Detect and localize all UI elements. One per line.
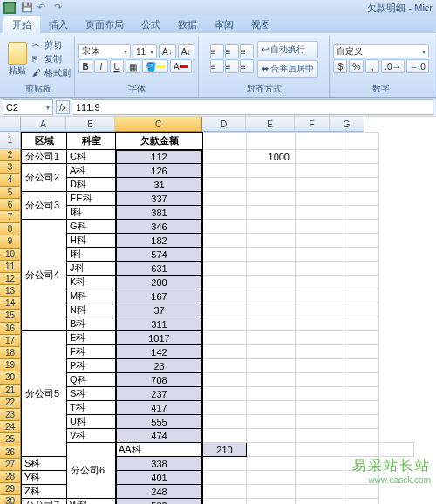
row-header[interactable]: 24 <box>0 421 21 433</box>
cell-amount[interactable]: 532 <box>116 499 203 505</box>
cell-amount[interactable]: 574 <box>116 248 203 262</box>
cell[interactable] <box>344 387 379 401</box>
cell-dept[interactable]: G科 <box>67 220 116 234</box>
cell-dept[interactable]: EE科 <box>67 192 116 206</box>
format-painter-button[interactable]: 🖌格式刷 <box>32 67 71 79</box>
cell-amount[interactable]: 1017 <box>116 331 203 345</box>
cell[interactable] <box>344 345 379 359</box>
align-top-button[interactable]: ≡ <box>210 44 224 58</box>
cell[interactable] <box>296 429 344 443</box>
cell[interactable] <box>344 192 379 206</box>
cell[interactable] <box>247 359 296 373</box>
cell[interactable] <box>344 401 379 415</box>
col-header-A[interactable]: A <box>21 117 66 132</box>
cell-dept[interactable]: Q科 <box>67 373 116 387</box>
underline-button[interactable]: U <box>110 59 124 73</box>
row-header[interactable]: 13 <box>0 285 21 297</box>
cell-dept[interactable]: D科 <box>67 178 116 192</box>
cell-dept[interactable]: P科 <box>67 359 116 373</box>
row-header[interactable]: 25 <box>0 433 21 446</box>
cell[interactable] <box>344 499 379 505</box>
cell-region[interactable]: 分公司7 <box>22 499 67 505</box>
cell[interactable] <box>296 303 344 317</box>
cell[interactable] <box>296 373 344 387</box>
cell-dept[interactable]: Y科 <box>22 471 67 485</box>
decrease-font-button[interactable]: A↓ <box>178 44 195 58</box>
cell[interactable] <box>203 276 247 289</box>
cell[interactable] <box>203 192 247 206</box>
cell[interactable] <box>203 499 247 505</box>
cell-region[interactable]: 分公司6 <box>67 443 116 499</box>
cell-dept[interactable]: E科 <box>67 331 116 345</box>
cell-amount[interactable]: 126 <box>116 164 203 178</box>
cell[interactable] <box>247 373 296 387</box>
cell[interactable] <box>247 387 296 401</box>
cell-dept[interactable]: W科 <box>67 499 116 505</box>
cell-dept[interactable]: I科 <box>67 248 116 262</box>
cell-amount[interactable]: 237 <box>116 387 203 401</box>
cell[interactable] <box>296 499 344 505</box>
cell[interactable] <box>203 401 247 415</box>
cell-amount[interactable]: 474 <box>116 429 203 443</box>
row-header[interactable]: 20 <box>0 371 21 384</box>
cell-region[interactable]: 分公司4 <box>22 220 67 331</box>
font-size-select[interactable]: 11 <box>133 44 157 58</box>
row-header[interactable]: 21 <box>0 385 21 397</box>
row-header[interactable]: 12 <box>0 273 21 285</box>
increase-decimal-button[interactable]: .0→ <box>381 59 404 73</box>
cell[interactable] <box>203 164 247 178</box>
cell[interactable] <box>247 164 296 178</box>
cell[interactable] <box>247 289 296 303</box>
font-color-button[interactable]: A <box>170 59 192 73</box>
formula-input[interactable]: 111.9 <box>72 99 433 115</box>
cell[interactable] <box>247 317 296 331</box>
cell[interactable] <box>296 331 344 345</box>
fill-color-button[interactable]: 🪣 <box>142 59 168 73</box>
row-header[interactable]: 19 <box>0 359 21 371</box>
cell-dept[interactable]: N科 <box>67 303 116 317</box>
cell[interactable]: 区域 <box>22 133 67 150</box>
cell-amount[interactable]: 200 <box>116 276 203 289</box>
col-header-G[interactable]: G <box>330 117 364 132</box>
align-center-button[interactable]: ≡ <box>225 59 239 73</box>
cell-amount[interactable]: 631 <box>116 262 203 276</box>
align-middle-button[interactable]: ≡ <box>225 44 239 58</box>
cell-amount[interactable]: 381 <box>116 206 203 220</box>
row-header[interactable]: 14 <box>0 297 21 310</box>
row-header[interactable]: 16 <box>0 323 21 335</box>
row-header[interactable]: 3 <box>0 161 21 174</box>
cell[interactable] <box>296 443 344 457</box>
cell[interactable] <box>247 457 296 471</box>
row-header[interactable]: 9 <box>0 235 21 248</box>
row-header[interactable]: 27 <box>0 459 21 471</box>
cell[interactable] <box>203 457 247 471</box>
tab-审阅[interactable]: 审阅 <box>206 16 242 33</box>
cell[interactable] <box>344 164 379 178</box>
cell-dept[interactable]: C科 <box>67 150 116 164</box>
merge-center-button[interactable]: ⬌合并后居中 <box>257 60 318 78</box>
cell-amount[interactable]: 210 <box>203 443 247 457</box>
cell-amount[interactable]: 182 <box>116 234 203 248</box>
cell[interactable] <box>344 248 379 262</box>
quick-access-toolbar[interactable]: 💾 ↶ ↷ <box>21 2 68 14</box>
row-header[interactable]: 29 <box>0 483 21 495</box>
cell[interactable] <box>296 401 344 415</box>
cell[interactable] <box>247 401 296 415</box>
cell[interactable] <box>344 178 379 192</box>
cell-dept[interactable]: M科 <box>67 289 116 303</box>
decrease-decimal-button[interactable]: ←.0 <box>406 59 429 73</box>
name-box[interactable]: C2 <box>3 99 53 115</box>
cell[interactable] <box>203 345 247 359</box>
select-all-corner[interactable] <box>0 117 21 132</box>
cell-amount[interactable]: 248 <box>116 485 203 499</box>
cell-amount[interactable]: 142 <box>116 345 203 359</box>
cell-dept[interactable]: V科 <box>67 429 116 443</box>
row-header[interactable]: 6 <box>0 199 21 211</box>
cell[interactable] <box>296 234 344 248</box>
cell-dept[interactable]: J科 <box>67 262 116 276</box>
cell-amount[interactable]: 555 <box>116 415 203 429</box>
row-header[interactable]: 17 <box>0 335 21 347</box>
save-icon[interactable]: 💾 <box>21 2 33 14</box>
font-name-select[interactable]: 宋体 <box>78 44 131 58</box>
cell-dept[interactable]: H科 <box>67 234 116 248</box>
